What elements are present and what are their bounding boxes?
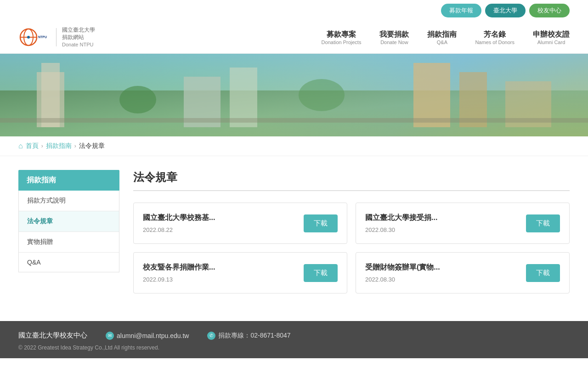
sidebar-item-qa[interactable]: Q&A xyxy=(19,253,119,272)
breadcrumb-home[interactable]: 首頁 xyxy=(26,142,39,150)
svg-rect-7 xyxy=(0,90,588,136)
breadcrumb-current: 法令規章 xyxy=(79,142,105,150)
email-icon: ✉ xyxy=(106,332,114,340)
card-3: 校友暨各界捐贈作業... 2022.09.13 下載 xyxy=(133,252,347,293)
breadcrumb: ⌂ 首頁 › 捐款指南 › 法令規章 xyxy=(0,136,588,156)
sidebar-item-donation-method[interactable]: 捐款方式說明 xyxy=(19,191,119,211)
svg-rect-17 xyxy=(0,118,588,123)
card-4-download[interactable]: 下載 xyxy=(526,264,560,282)
card-1-title: 國立臺北大學校務基... xyxy=(143,213,215,223)
card-2-title: 國立臺北大學接受捐... xyxy=(365,213,437,223)
svg-text:NTPU: NTPU xyxy=(38,35,47,39)
footer-main: 國立臺北大學校友中心 ✉ alumni@mail.ntpu.edu.tw ✆ 捐… xyxy=(18,331,570,340)
sidebar-menu: 捐款方式說明 法令規章 實物捐贈 Q&A xyxy=(18,191,119,272)
card-3-info: 校友暨各界捐贈作業... 2022.09.13 xyxy=(143,263,215,283)
svg-rect-9 xyxy=(41,63,60,127)
top-university-button[interactable]: 臺北大學 xyxy=(485,4,526,17)
top-annual-report-button[interactable]: 募款年報 xyxy=(441,4,481,17)
svg-point-3 xyxy=(27,36,30,39)
nav-alumni-card[interactable]: 申辦校友證 Alumni Card xyxy=(533,30,570,45)
top-bar: 募款年報 臺北大學 校友中心 xyxy=(0,0,588,21)
hero-banner xyxy=(0,54,588,136)
card-4-info: 受贈財物簽辦單(實物... 2022.08.30 xyxy=(365,263,440,283)
logo-text: 國立臺北大學 捐款網站 Donate NTPU xyxy=(62,26,95,49)
sidebar-item-goods-donation[interactable]: 實物捐贈 xyxy=(19,232,119,253)
card-1: 國立臺北大學校務基... 2022.08.22 下載 xyxy=(133,203,347,244)
sidebar: 捐款指南 捐款方式說明 法令規章 實物捐贈 Q&A xyxy=(18,170,119,293)
main-content: 捐款指南 捐款方式說明 法令規章 實物捐贈 Q&A 法令規章 國立臺北大學校務基… xyxy=(0,156,588,321)
home-icon: ⌂ xyxy=(18,142,23,150)
top-alumni-center-button[interactable]: 校友中心 xyxy=(529,4,570,17)
nav-donation-projects[interactable]: 募款專案 Donation Projects xyxy=(322,30,362,45)
breadcrumb-guide[interactable]: 捐款指南 xyxy=(46,142,72,150)
footer-email: ✉ alumni@mail.ntpu.edu.tw xyxy=(106,332,189,340)
hero-image xyxy=(0,54,588,136)
logo-link[interactable]: NTPU 國立臺北大學 捐款網站 Donate NTPU xyxy=(18,26,95,49)
card-3-download[interactable]: 下載 xyxy=(304,264,338,282)
card-3-title: 校友暨各界捐贈作業... xyxy=(143,263,215,272)
card-2-info: 國立臺北大學接受捐... 2022.08.30 xyxy=(365,213,437,233)
nav-donate-now[interactable]: 我要捐款 Donate Now xyxy=(379,30,409,45)
svg-point-15 xyxy=(119,86,156,113)
content-title: 法令規章 xyxy=(133,170,570,191)
main-nav: 募款專案 Donation Projects 我要捐款 Donate Now 捐… xyxy=(322,30,570,45)
phone-icon: ✆ xyxy=(207,332,215,340)
sidebar-item-regulations[interactable]: 法令規章 xyxy=(19,211,119,232)
nav-donors[interactable]: 芳名錄 Names of Donors xyxy=(475,30,514,45)
card-1-download[interactable]: 下載 xyxy=(304,214,338,232)
card-4-title: 受贈財物簽辦單(實物... xyxy=(365,263,440,272)
cards-grid: 國立臺北大學校務基... 2022.08.22 下載 國立臺北大學接受捐... … xyxy=(133,203,570,293)
card-1-info: 國立臺北大學校務基... 2022.08.22 xyxy=(143,213,215,233)
header: NTPU 國立臺北大學 捐款網站 Donate NTPU 募款專案 Donati… xyxy=(0,21,588,54)
card-2: 國立臺北大學接受捐... 2022.08.30 下載 xyxy=(356,203,570,244)
content-section: 法令規章 國立臺北大學校務基... 2022.08.22 下載 國立臺北大學接受… xyxy=(133,170,570,293)
breadcrumb-sep1: › xyxy=(41,143,43,149)
footer-phone: ✆ 捐款專線：02-8671-8047 xyxy=(207,332,290,340)
card-4-date: 2022.08.30 xyxy=(365,276,440,283)
svg-rect-12 xyxy=(413,63,450,127)
footer-copyright: © 2022 Greatest Idea Strategy Co.,Ltd Al… xyxy=(18,344,570,351)
footer: 國立臺北大學校友中心 ✉ alumni@mail.ntpu.edu.tw ✆ 捐… xyxy=(0,321,588,358)
card-2-date: 2022.08.30 xyxy=(365,226,437,233)
svg-point-16 xyxy=(299,79,345,111)
sidebar-title: 捐款指南 xyxy=(18,170,119,191)
logo-svg: NTPU xyxy=(18,26,51,49)
card-2-download[interactable]: 下載 xyxy=(526,214,560,232)
card-1-date: 2022.08.22 xyxy=(143,226,215,233)
logo-divider xyxy=(56,28,57,46)
breadcrumb-sep2: › xyxy=(74,143,76,149)
nav-guide[interactable]: 捐款指南 Q&A xyxy=(427,30,457,45)
card-3-date: 2022.09.13 xyxy=(143,276,215,283)
footer-org: 國立臺北大學校友中心 xyxy=(18,331,87,340)
card-4: 受贈財物簽辦單(實物... 2022.08.30 下載 xyxy=(356,252,570,293)
